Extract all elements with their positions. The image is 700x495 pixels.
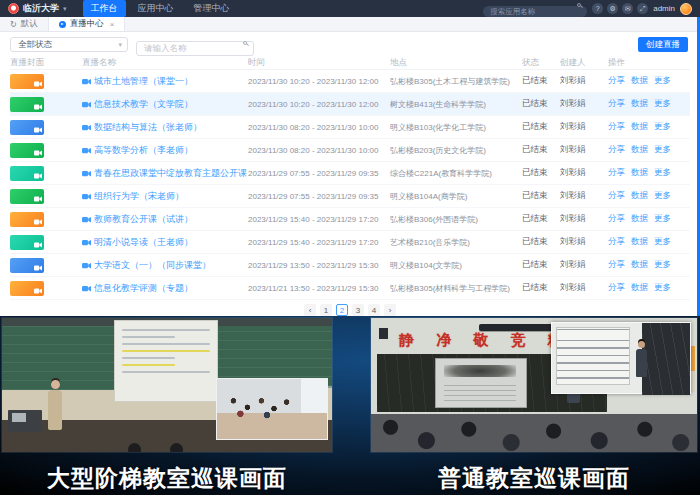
live-location: 弘彬楼B305(土木工程与建筑学院) [390, 76, 522, 87]
table-row[interactable]: 信息技术教学（文学院） 2023/11/30 10:20 - 2023/11/3… [10, 93, 690, 116]
live-name-link[interactable]: 信息技术教学（文学院） [94, 98, 193, 111]
filter-bar: 全部状态 ▾ 创建直播 [10, 37, 690, 52]
data-link[interactable]: 数据 [631, 144, 648, 156]
data-link[interactable]: 数据 [631, 282, 648, 294]
table-row[interactable]: 高等数学分析（李老师） 2023/11/30 08:20 - 2023/11/3… [10, 139, 690, 162]
data-link[interactable]: 数据 [631, 98, 648, 110]
live-thumbnail[interactable] [10, 258, 44, 273]
live-name-link[interactable]: 城市土地管理（课堂一） [94, 75, 193, 88]
live-thumbnail[interactable] [10, 235, 44, 250]
more-link[interactable]: 更多 [654, 98, 671, 110]
navbar-right: ?⚙✉⤢ admin [483, 0, 692, 18]
menu-item[interactable]: 工作台 [83, 0, 126, 17]
data-link[interactable]: 数据 [631, 213, 648, 225]
data-link[interactable]: 数据 [631, 167, 648, 179]
more-link[interactable]: 更多 [654, 121, 671, 133]
camera-icon [82, 216, 91, 223]
camera-icon [34, 265, 42, 271]
page-button[interactable]: 1 [320, 304, 332, 316]
data-link[interactable]: 数据 [631, 121, 648, 133]
more-link[interactable]: 更多 [654, 75, 671, 87]
avatar[interactable] [680, 3, 692, 15]
share-link[interactable]: 分享 [608, 75, 625, 87]
more-link[interactable]: 更多 [654, 167, 671, 179]
data-link[interactable]: 数据 [631, 236, 648, 248]
next-page-button[interactable]: › [384, 304, 396, 316]
name-search-input[interactable] [136, 41, 254, 56]
live-time: 2023/11/29 13:50 - 2023/11/29 15:30 [248, 261, 390, 270]
live-name-link[interactable]: 明清小说导读（王老师） [94, 236, 193, 249]
live-time: 2023/11/29 07:55 - 2023/11/29 09:35 [248, 169, 390, 178]
classroom-caption: 普通教室巡课画面 [371, 454, 697, 494]
lecture-hall-video-feed[interactable] [2, 318, 332, 452]
data-link[interactable]: 数据 [631, 259, 648, 271]
classroom-video-feed[interactable]: 静 净 敬 竞 精 [371, 318, 697, 452]
share-link[interactable]: 分享 [608, 121, 625, 133]
live-name-link[interactable]: 组织行为学（宋老师） [94, 190, 184, 203]
live-creator: 刘彩娟 [560, 282, 608, 294]
tab-live-center[interactable]: 直播中心 × [49, 17, 126, 31]
live-thumbnail[interactable] [10, 281, 44, 296]
brand[interactable]: 临沂大学 ▾ [8, 2, 67, 15]
gear-icon[interactable]: ⚙ [607, 3, 618, 14]
live-name-link[interactable]: 数据结构与算法（张老师） [94, 121, 202, 134]
share-link[interactable]: 分享 [608, 213, 625, 225]
live-thumbnail[interactable] [10, 166, 44, 181]
table-row[interactable]: 组织行为学（宋老师） 2023/11/29 07:55 - 2023/11/29… [10, 185, 690, 208]
row-actions: 分享 数据 更多 [608, 190, 684, 202]
app-search-input[interactable] [483, 6, 587, 17]
live-name-link[interactable]: 青春在思政课堂中绽放教育主题公开课 [94, 167, 247, 180]
live-location: 树文楼B413(生命科学学院) [390, 99, 522, 110]
live-thumbnail[interactable] [10, 120, 44, 135]
share-link[interactable]: 分享 [608, 98, 625, 110]
live-thumbnail[interactable] [10, 212, 44, 227]
live-thumbnail[interactable] [10, 189, 44, 204]
more-link[interactable]: 更多 [654, 190, 671, 202]
tab-default[interactable]: ↻ 默认 [0, 17, 49, 31]
menu-item[interactable]: 管理中心 [186, 0, 238, 17]
data-link[interactable]: 数据 [631, 190, 648, 202]
refresh-icon[interactable]: ↻ [10, 20, 17, 29]
live-thumbnail[interactable] [10, 97, 44, 112]
caption-row: 大型阶梯教室巡课画面 普通教室巡课画面 [0, 454, 700, 494]
share-link[interactable]: 分享 [608, 190, 625, 202]
live-location: 弘彬楼B305(材料科学与工程学院) [390, 283, 522, 294]
more-link[interactable]: 更多 [654, 259, 671, 271]
message-icon[interactable]: ✉ [622, 3, 633, 14]
live-name-link[interactable]: 信息化教学评测（专题） [94, 282, 193, 295]
close-icon[interactable]: × [110, 20, 115, 29]
table-row[interactable]: 数据结构与算法（张老师） 2023/11/30 08:20 - 2023/11/… [10, 116, 690, 139]
share-link[interactable]: 分享 [608, 144, 625, 156]
live-status-badge: 已结束 [522, 282, 560, 294]
share-link[interactable]: 分享 [608, 259, 625, 271]
prev-page-button[interactable]: ‹ [304, 304, 316, 316]
live-name-link[interactable]: 教师教育公开课（试讲） [94, 213, 193, 226]
page-button[interactable]: 4 [368, 304, 380, 316]
live-thumbnail[interactable] [10, 74, 44, 89]
page-button[interactable]: 2 [336, 304, 348, 316]
create-live-button[interactable]: 创建直播 [638, 37, 688, 52]
menu-item[interactable]: 应用中心 [130, 0, 182, 17]
status-filter-select[interactable]: 全部状态 ▾ [10, 37, 128, 52]
live-thumbnail[interactable] [10, 143, 44, 158]
live-name-link[interactable]: 大学语文（一）（同步课堂） [94, 259, 211, 272]
more-link[interactable]: 更多 [654, 282, 671, 294]
table-row[interactable]: 青春在思政课堂中绽放教育主题公开课 2023/11/29 07:55 - 202… [10, 162, 690, 185]
share-link[interactable]: 分享 [608, 236, 625, 248]
share-link[interactable]: 分享 [608, 167, 625, 179]
data-link[interactable]: 数据 [631, 75, 648, 87]
more-link[interactable]: 更多 [654, 236, 671, 248]
table-row[interactable]: 教师教育公开课（试讲） 2023/11/29 15:40 - 2023/11/2… [10, 208, 690, 231]
table-row[interactable]: 明清小说导读（王老师） 2023/11/29 15:40 - 2023/11/2… [10, 231, 690, 254]
share-link[interactable]: 分享 [608, 282, 625, 294]
more-link[interactable]: 更多 [654, 144, 671, 156]
table-row[interactable]: 信息化教学评测（专题） 2023/11/21 13:50 - 2023/11/2… [10, 277, 690, 300]
fullscreen-icon[interactable]: ⤢ [637, 3, 648, 14]
more-link[interactable]: 更多 [654, 213, 671, 225]
live-name-link[interactable]: 高等数学分析（李老师） [94, 144, 193, 157]
help-icon[interactable]: ? [592, 3, 603, 14]
table-row[interactable]: 大学语文（一）（同步课堂） 2023/11/29 13:50 - 2023/11… [10, 254, 690, 277]
page-button[interactable]: 3 [352, 304, 364, 316]
camera-icon [82, 193, 91, 200]
table-row[interactable]: 城市土地管理（课堂一） 2023/11/30 10:20 - 2023/11/3… [10, 70, 690, 93]
